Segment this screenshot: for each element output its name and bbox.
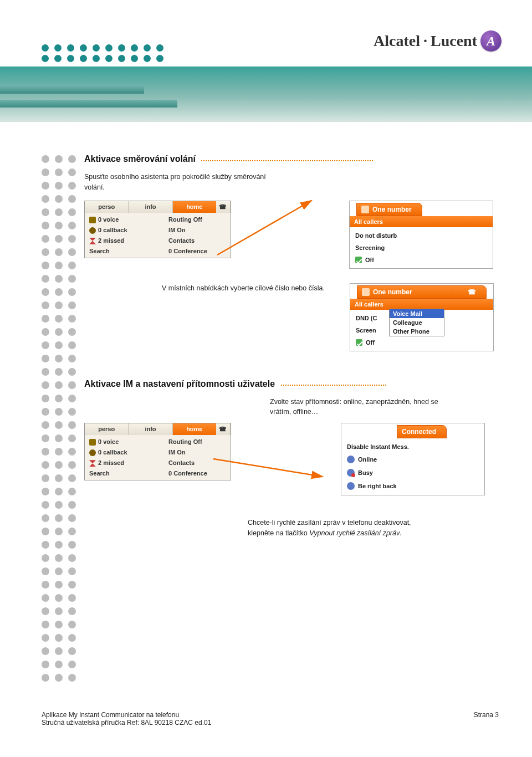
section-title-text: Aktivace IM a nastavení přítomnosti uživ… bbox=[84, 379, 275, 388]
page-header: Alcatel·Lucent A bbox=[0, 0, 532, 122]
phone-row-search[interactable]: Search bbox=[89, 470, 164, 477]
panel-tab[interactable]: One number ☎ bbox=[357, 285, 487, 299]
phone-row-voice[interactable]: 0 voice bbox=[89, 438, 164, 446]
phone-row-callback[interactable]: 0 callback bbox=[89, 227, 164, 234]
check-icon bbox=[356, 339, 362, 346]
page-footer: Aplikace My Instant Communicator na tele… bbox=[42, 711, 499, 727]
disable-im-note: Chcete-li rychlé zasílání zpráv v telefo… bbox=[248, 518, 431, 539]
panel-head[interactable]: All callers bbox=[350, 299, 493, 310]
presence-instruction: Zvolte stav přítomnosti: online, zaneprá… bbox=[270, 397, 453, 418]
brand-name-2: Lucent bbox=[431, 32, 477, 50]
connected-presence-panel: Connected Disable Instant Mess. Online B… bbox=[341, 423, 499, 495]
page-content: Aktivace směrování volání Spusťte osobní… bbox=[84, 154, 499, 555]
check-icon bbox=[355, 257, 362, 263]
panel-item-screening[interactable]: Screening bbox=[350, 242, 493, 254]
section-im-presence: Aktivace IM a nastavení přítomnosti uživ… bbox=[84, 379, 499, 539]
phone-tab-home[interactable]: home bbox=[173, 201, 216, 213]
arrow-indicator bbox=[212, 194, 323, 260]
phone-tab-perso[interactable]: perso bbox=[85, 423, 129, 435]
dropdown-item-colleague[interactable]: Colleague bbox=[390, 318, 444, 327]
section-title: Aktivace směrování volání bbox=[84, 154, 499, 164]
svg-line-1 bbox=[213, 459, 323, 477]
section-title-text: Aktivace směrování volání bbox=[84, 154, 196, 163]
panel-tab[interactable]: One number bbox=[356, 203, 422, 216]
footer-ref: Stručná uživatelská příručka Ref: 8AL 90… bbox=[42, 719, 211, 727]
panel-item-off[interactable]: Off bbox=[350, 254, 493, 266]
phone-row-search[interactable]: Search bbox=[89, 248, 164, 254]
brand-name-1: Alcatel bbox=[374, 32, 420, 50]
assistant-icon[interactable]: ☎ bbox=[468, 288, 476, 296]
instruction-select-number: V místních nabídkách vyberte cílové čísl… bbox=[162, 283, 328, 294]
panel-item-dnd[interactable]: Do not disturb bbox=[350, 229, 493, 242]
person-icon bbox=[361, 206, 369, 213]
note-em: Vypnout rychlé zasílání zpráv bbox=[309, 529, 400, 537]
panel-item-disable-im[interactable]: Disable Instant Mess. bbox=[341, 441, 484, 453]
panel-head[interactable]: All callers bbox=[350, 216, 493, 227]
presence-busy-icon bbox=[347, 469, 355, 477]
header-bar bbox=[0, 100, 177, 108]
header-band bbox=[0, 67, 532, 122]
svg-line-0 bbox=[217, 201, 311, 255]
phone-home-widget: perso info home ☎ 0 voice Routing Off 0 … bbox=[84, 201, 231, 258]
phone-row-missed[interactable]: 2 missed bbox=[89, 237, 164, 244]
side-dot-strip bbox=[42, 155, 76, 687]
section-intro: Spusťte osobního asistenta pro pokročilé… bbox=[84, 172, 284, 193]
brand-dot: · bbox=[423, 32, 427, 50]
brand-badge-icon: A bbox=[480, 30, 502, 52]
dotted-leader bbox=[281, 382, 386, 386]
presence-brb-icon bbox=[347, 482, 355, 490]
dropdown-item-voicemail[interactable]: Voice Mail bbox=[390, 309, 444, 318]
panel-item-online[interactable]: Online bbox=[341, 453, 484, 466]
phone-row-voice[interactable]: 0 voice bbox=[89, 216, 164, 223]
person-icon bbox=[362, 288, 370, 296]
footer-title: Aplikace My Instant Communicator na tele… bbox=[42, 711, 211, 719]
section-title: Aktivace IM a nastavení přítomnosti uživ… bbox=[84, 379, 499, 389]
one-number-panel: One number All callers Do not disturb Sc… bbox=[349, 201, 499, 269]
phone-tab-perso[interactable]: perso bbox=[85, 201, 129, 213]
target-dropdown[interactable]: Voice Mail Colleague Other Phone bbox=[389, 309, 444, 336]
phone-tab-home[interactable]: home bbox=[173, 423, 216, 435]
phone-tab-assistant-icon[interactable]: ☎ bbox=[216, 423, 231, 435]
phone-tab-info[interactable]: info bbox=[129, 201, 172, 213]
brand-logo: Alcatel·Lucent A bbox=[374, 30, 502, 52]
header-bar bbox=[0, 86, 144, 94]
footer-page: Strana 3 bbox=[474, 711, 499, 727]
dotted-leader bbox=[201, 158, 373, 161]
panel-tab-connected[interactable]: Connected bbox=[397, 425, 447, 438]
panel-item-off[interactable]: Off bbox=[350, 336, 493, 349]
phone-tab-info[interactable]: info bbox=[129, 423, 172, 435]
note-text-end: . bbox=[400, 529, 401, 537]
phone-row-callback[interactable]: 0 callback bbox=[89, 449, 164, 456]
decorative-dot-grid bbox=[42, 44, 175, 65]
one-number-panel-dropdown: One number ☎ All callers DND (C Screen O… bbox=[350, 283, 499, 351]
panel-item-busy[interactable]: Busy bbox=[341, 466, 484, 479]
arrow-indicator bbox=[209, 437, 331, 503]
section-call-routing: Aktivace směrování volání Spusťte osobní… bbox=[84, 154, 499, 351]
phone-row-missed[interactable]: 2 missed bbox=[89, 459, 164, 467]
presence-online-icon bbox=[347, 456, 355, 463]
dropdown-item-otherphone[interactable]: Other Phone bbox=[390, 327, 444, 336]
panel-item-brb[interactable]: Be right back bbox=[341, 479, 484, 493]
